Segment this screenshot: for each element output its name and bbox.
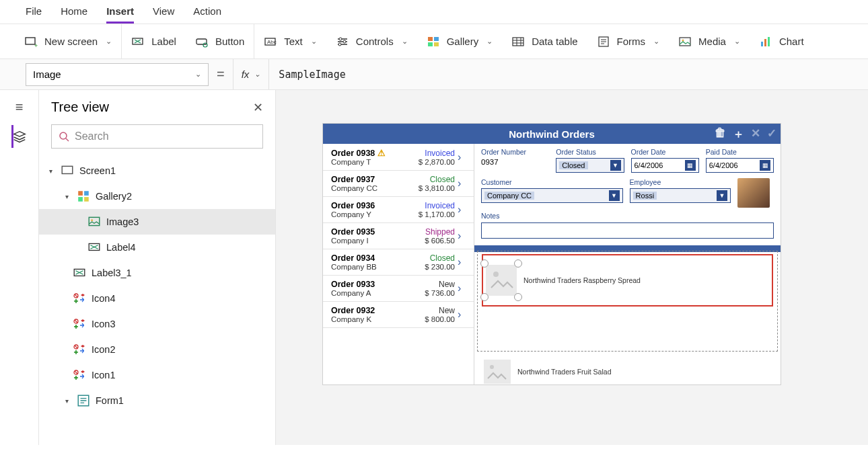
property-selector[interactable]: Image ⌄ — [26, 63, 209, 86]
menu-view[interactable]: View — [153, 5, 174, 17]
mixed-icon — [73, 369, 86, 381]
label-paid-date: Paid Date — [706, 148, 774, 156]
trash-icon[interactable]: 🗑 — [715, 126, 726, 142]
tree-node-icon3[interactable]: Icon3 — [39, 311, 275, 337]
controls-icon — [336, 35, 349, 48]
chart-icon — [759, 35, 772, 48]
forms-dropdown[interactable]: Forms⌄ — [587, 24, 670, 58]
paid-date-picker[interactable]: 6/4/2006▦ — [706, 158, 774, 173]
chevron-down-icon: ⌄ — [195, 70, 201, 79]
svg-point-7 — [339, 38, 342, 40]
label-icon — [131, 35, 145, 48]
button-button[interactable]: Button — [186, 24, 254, 58]
svg-text:+: + — [34, 42, 38, 48]
close-icon[interactable]: ✕ — [253, 100, 263, 115]
menu-file[interactable]: File — [26, 5, 42, 17]
svg-point-39 — [490, 365, 494, 369]
tree-view-tab[interactable] — [11, 128, 28, 146]
notes-input[interactable] — [481, 222, 774, 239]
tree-node-form1[interactable]: ▾ Form1 — [39, 388, 275, 413]
tree-node-label4[interactable]: Label4 — [39, 235, 275, 260]
hamburger-icon[interactable]: ≡ — [15, 99, 24, 115]
employee-dropdown[interactable]: Rossi▼ — [630, 188, 731, 203]
cancel-icon[interactable]: ✕ — [751, 126, 760, 142]
chart-dropdown[interactable]: Chart — [750, 24, 813, 58]
selected-gallery-item[interactable]: Northwind Traders Raspberry Spread — [482, 254, 773, 307]
chevron-right-icon: › — [458, 151, 470, 163]
svg-rect-0 — [26, 38, 35, 44]
svg-point-17 — [682, 39, 684, 41]
svg-rect-26 — [84, 197, 89, 202]
image-placeholder[interactable] — [486, 265, 517, 296]
order-row[interactable]: Order 0936Invoiced›Company Y$ 1,170.00 — [323, 197, 474, 223]
controls-dropdown[interactable]: Controls⌄ — [326, 24, 417, 58]
chevron-down-icon: ⌄ — [311, 37, 317, 46]
tree-node-icon1[interactable]: Icon1 — [39, 362, 275, 388]
gallery-dropdown[interactable]: Gallery⌄ — [417, 24, 503, 58]
chevron-down-icon: ⌄ — [402, 37, 408, 46]
svg-rect-38 — [484, 360, 511, 384]
menu-home[interactable]: Home — [61, 5, 87, 17]
chevron-down-icon: ⌄ — [106, 37, 112, 46]
fx-button[interactable]: fx ⌄ — [233, 59, 270, 89]
label-icon — [87, 241, 101, 253]
order-row[interactable]: Order 0937Closed›Company CC$ 3,810.00 — [323, 171, 474, 197]
gallery-item-label: Northwind Traders Raspberry Spread — [523, 276, 641, 284]
forms-icon — [597, 35, 610, 48]
new-screen-button[interactable]: + New screen⌄ — [15, 24, 121, 58]
order-row[interactable]: Order 0934Closed›Company BB$ 230.00 — [323, 249, 474, 276]
tree-node-image3[interactable]: Image3 — [39, 209, 275, 235]
text-icon: Abc — [264, 35, 277, 48]
chevron-right-icon: › — [458, 230, 470, 242]
text-dropdown[interactable]: Abc Text⌄ — [254, 24, 326, 58]
check-icon[interactable]: ✓ — [767, 126, 776, 142]
menu-action[interactable]: Action — [193, 5, 221, 17]
order-detail: Order Number 0937 Order Status Closed▼ O… — [474, 144, 781, 384]
svg-rect-3 — [196, 39, 207, 44]
menu-insert[interactable]: Insert — [106, 5, 134, 24]
chevron-right-icon: › — [458, 256, 470, 268]
formula-input[interactable]: SampleImage — [269, 69, 868, 81]
button-icon — [195, 35, 209, 48]
chevron-right-icon: › — [458, 204, 470, 216]
media-dropdown[interactable]: Media⌄ — [669, 24, 750, 58]
order-status-dropdown[interactable]: Closed▼ — [556, 158, 624, 173]
tree-node-gallery2[interactable]: ▾ Gallery2 — [39, 183, 275, 209]
svg-rect-22 — [62, 166, 73, 173]
caret-down-icon: ▾ — [46, 167, 55, 175]
app-preview[interactable]: Northwind Orders 🗑 ＋ ✕ ✓ Order 0938 ⚠Inv… — [323, 124, 781, 384]
order-row[interactable]: Order 0935Shipped›Company I$ 606.50 — [323, 223, 474, 249]
gallery-item-next[interactable]: Northwind Traders Fruit Salad — [481, 356, 774, 384]
svg-rect-19 — [764, 39, 766, 46]
tree-node-label3-1[interactable]: Label3_1 — [39, 260, 275, 286]
screen-icon — [61, 165, 74, 177]
svg-point-9 — [338, 43, 341, 46]
warning-icon: ⚠ — [377, 148, 386, 158]
tree-node-screen1[interactable]: ▾ Screen1 — [39, 158, 275, 183]
chevron-right-icon: › — [458, 282, 470, 294]
svg-point-28 — [91, 219, 93, 221]
tree-node-icon2[interactable]: Icon2 — [39, 337, 275, 362]
order-row[interactable]: Order 0938 ⚠Invoiced›Company T$ 2,870.00 — [323, 144, 474, 171]
order-row[interactable]: Order 0933New›Company A$ 736.00 — [323, 276, 474, 302]
gallery-template-outline: Northwind Traders Raspberry Spread — [477, 251, 778, 352]
label-button[interactable]: Label — [122, 24, 186, 58]
label-employee: Employee — [630, 178, 731, 186]
order-row[interactable]: Order 0932New›Company K$ 800.00 — [323, 302, 474, 328]
media-icon — [678, 35, 692, 48]
search-input[interactable]: Search — [51, 124, 263, 149]
tree-view-panel: Tree view ✕ Search ▾ Screen1 ▾ Gallery2 … — [39, 90, 276, 445]
plus-icon[interactable]: ＋ — [733, 126, 744, 142]
chevron-down-icon: ⌄ — [734, 37, 740, 46]
label-order-status: Order Status — [556, 148, 624, 156]
caret-down-icon: ▾ — [62, 397, 71, 405]
chevron-down-icon: ⌄ — [486, 37, 493, 46]
customer-dropdown[interactable]: Company CC▼ — [481, 188, 623, 203]
order-date-picker[interactable]: 6/4/2006▦ — [631, 158, 699, 173]
tree-node-icon4[interactable]: Icon4 — [39, 286, 275, 311]
form-icon — [77, 395, 90, 407]
canvas[interactable]: Northwind Orders 🗑 ＋ ✕ ✓ Order 0938 ⚠Inv… — [276, 90, 868, 445]
data-table-button[interactable]: Data table — [502, 24, 587, 58]
svg-rect-36 — [486, 265, 517, 296]
orders-list[interactable]: Order 0938 ⚠Invoiced›Company T$ 2,870.00… — [323, 144, 474, 384]
